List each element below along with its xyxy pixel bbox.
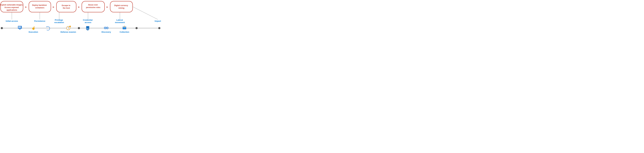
icon-download-arrow [124, 27, 125, 27]
svg-text:Exploit vulnerable images;
   : Exploit vulnerable images; Access expose… [0, 4, 24, 11]
timeline-dot-start [1, 27, 3, 29]
connector-impact [132, 7, 158, 20]
icon-bino-bridge [106, 28, 107, 28]
svg-text:Abuse over
      permissive ro: Abuse over permissive roles [86, 4, 100, 9]
label-initial-access: Initial access [6, 20, 18, 22]
icon-mask-inner [86, 26, 89, 30]
arrow-4: » [106, 5, 108, 9]
icon-monitor [18, 26, 22, 29]
icon-lock-body [19, 27, 20, 27]
icon-monitor-stand [19, 29, 21, 30]
icon-cycle-arrow [46, 27, 47, 27]
bubble-mining [110, 1, 132, 12]
arrow-1: » [25, 5, 26, 9]
icon-mask-shape [86, 26, 89, 30]
icon-bino-right-lens [106, 27, 108, 29]
label-discovery: Discovery [102, 31, 111, 33]
label-execution: Execution [29, 31, 38, 33]
icon-lock-arch [19, 27, 20, 27]
svg-text:Escape to
      the host: Escape to the host [62, 5, 71, 9]
svg-text:Digital currency
      mining: Digital currency mining [114, 5, 128, 9]
icon-bino-right [106, 27, 108, 29]
icon-x-left [87, 28, 88, 30]
timeline-dot-end [158, 27, 160, 29]
arrow-2: » [52, 5, 54, 9]
bubble-exploit [0, 1, 23, 12]
timeline-dot-middle [78, 27, 80, 29]
icon-hand: ☝ [32, 26, 36, 30]
bubble-deploy [29, 1, 51, 12]
icon-monitor-screen [18, 26, 21, 28]
label-lateral-movement: Lateral movement [115, 19, 125, 24]
bubble-escape [56, 1, 76, 12]
icon-clock-dot [69, 26, 71, 27]
label-collection: Collection [120, 31, 129, 33]
icon-x-right [88, 28, 89, 30]
icon-clock-hand-h [68, 28, 69, 28]
label-persistence: Persistence [34, 20, 45, 22]
label-credential-access: Credential access [83, 19, 93, 24]
icon-clock-circle [66, 27, 70, 30]
icon-clock-bg [66, 26, 70, 30]
label-defense-evasion: Defense evasion [60, 31, 76, 33]
icon-box [122, 27, 126, 29]
arrow-3: » [78, 5, 80, 9]
icon-cycle [47, 27, 50, 30]
icon-bino-left-lens [104, 27, 106, 29]
bubble-abuse [82, 1, 104, 12]
svg-text:Deploy backdoor
      containe: Deploy backdoor containers [32, 4, 48, 9]
icon-bino-left [104, 27, 106, 29]
attack-chain-diagram: Exploit vulnerable images; Access expose… [0, 0, 161, 38]
label-privilege-escalation: Privilege escalation [54, 19, 64, 24]
label-impact: Impact [155, 20, 161, 22]
timeline-dot-right [136, 27, 138, 29]
icon-box-wave [122, 27, 126, 28]
